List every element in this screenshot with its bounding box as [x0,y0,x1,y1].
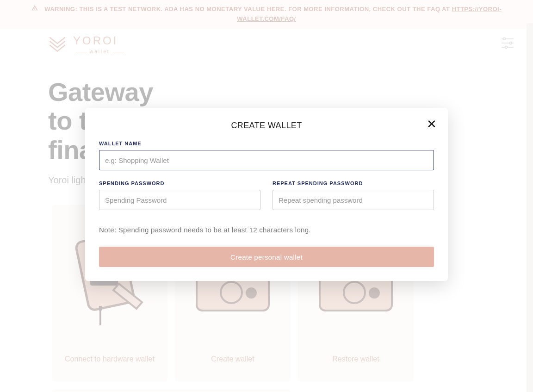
repeat-password-label: REPEAT SPENDING PASSWORD [273,180,434,186]
create-personal-wallet-button[interactable]: Create personal wallet [99,247,434,267]
wallet-name-input[interactable] [99,150,434,170]
close-icon: ✕ [427,117,437,131]
spending-password-label: SPENDING PASSWORD [99,180,260,186]
spending-password-input[interactable] [99,190,260,210]
spending-password-group: SPENDING PASSWORD [99,180,260,210]
modal-title: CREATE WALLET [99,121,434,131]
repeat-password-input[interactable] [273,190,434,210]
wallet-name-group: WALLET NAME [99,141,434,170]
close-button[interactable]: ✕ [427,118,437,130]
repeat-password-group: REPEAT SPENDING PASSWORD [273,180,434,210]
wallet-name-label: WALLET NAME [99,141,434,146]
create-wallet-modal: CREATE WALLET ✕ WALLET NAME SPENDING PAS… [85,108,448,281]
password-note: Note: Spending password needs to be at l… [99,226,434,234]
